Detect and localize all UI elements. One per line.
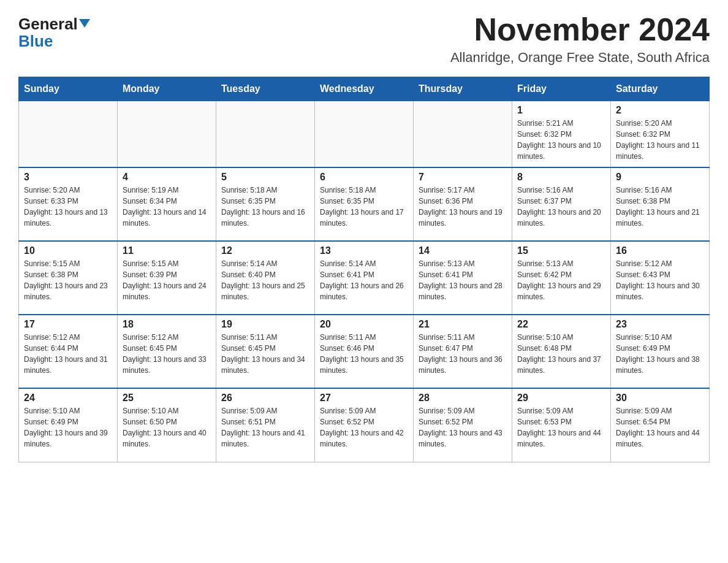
calendar-header-row: Sunday Monday Tuesday Wednesday Thursday…	[19, 77, 710, 101]
table-row: 11Sunrise: 5:15 AMSunset: 6:39 PMDayligh…	[118, 241, 216, 315]
logo-text: General	[18, 16, 90, 32]
logo-blue-text: Blue	[18, 32, 53, 51]
table-row: 4Sunrise: 5:19 AMSunset: 6:34 PMDaylight…	[118, 167, 216, 241]
day-info: Sunrise: 5:09 AMSunset: 6:54 PMDaylight:…	[616, 405, 704, 450]
table-row	[414, 101, 512, 168]
table-row: 12Sunrise: 5:14 AMSunset: 6:40 PMDayligh…	[216, 241, 315, 315]
day-info: Sunrise: 5:09 AMSunset: 6:52 PMDaylight:…	[320, 405, 408, 450]
calendar-table: Sunday Monday Tuesday Wednesday Thursday…	[18, 77, 710, 462]
day-info: Sunrise: 5:09 AMSunset: 6:51 PMDaylight:…	[221, 405, 309, 450]
table-row: 23Sunrise: 5:10 AMSunset: 6:49 PMDayligh…	[611, 315, 710, 388]
day-number: 8	[517, 172, 605, 183]
day-number: 12	[221, 245, 309, 256]
table-row: 20Sunrise: 5:11 AMSunset: 6:46 PMDayligh…	[315, 315, 414, 388]
day-number: 20	[320, 319, 408, 330]
day-number: 22	[517, 319, 605, 330]
day-number: 29	[517, 393, 605, 404]
day-info: Sunrise: 5:14 AMSunset: 6:40 PMDaylight:…	[221, 258, 309, 302]
day-number: 10	[24, 245, 112, 256]
day-info: Sunrise: 5:09 AMSunset: 6:53 PMDaylight:…	[517, 405, 605, 450]
day-info: Sunrise: 5:19 AMSunset: 6:34 PMDaylight:…	[123, 185, 211, 229]
table-row: 9Sunrise: 5:16 AMSunset: 6:38 PMDaylight…	[611, 167, 710, 241]
table-row: 15Sunrise: 5:13 AMSunset: 6:42 PMDayligh…	[512, 241, 611, 315]
day-number: 4	[123, 172, 211, 183]
day-number: 15	[517, 245, 605, 256]
day-number: 11	[123, 245, 211, 256]
table-row: 14Sunrise: 5:13 AMSunset: 6:41 PMDayligh…	[414, 241, 512, 315]
table-row: 29Sunrise: 5:09 AMSunset: 6:53 PMDayligh…	[512, 388, 611, 462]
col-tuesday: Tuesday	[216, 77, 315, 101]
day-number: 14	[419, 245, 507, 256]
day-number: 1	[517, 105, 605, 116]
col-wednesday: Wednesday	[315, 77, 414, 101]
table-row: 2Sunrise: 5:20 AMSunset: 6:32 PMDaylight…	[611, 101, 710, 168]
day-number: 27	[320, 393, 408, 404]
day-info: Sunrise: 5:18 AMSunset: 6:35 PMDaylight:…	[221, 185, 309, 229]
col-monday: Monday	[118, 77, 216, 101]
table-row	[315, 101, 414, 168]
table-row: 5Sunrise: 5:18 AMSunset: 6:35 PMDaylight…	[216, 167, 315, 241]
day-number: 7	[419, 172, 507, 183]
day-number: 26	[221, 393, 309, 404]
day-info: Sunrise: 5:12 AMSunset: 6:44 PMDaylight:…	[24, 332, 112, 376]
table-row: 18Sunrise: 5:12 AMSunset: 6:45 PMDayligh…	[118, 315, 216, 388]
day-number: 19	[221, 319, 309, 330]
day-info: Sunrise: 5:15 AMSunset: 6:38 PMDaylight:…	[24, 258, 112, 302]
day-number: 13	[320, 245, 408, 256]
day-info: Sunrise: 5:20 AMSunset: 6:32 PMDaylight:…	[616, 118, 704, 162]
calendar-week-row: 1Sunrise: 5:21 AMSunset: 6:32 PMDaylight…	[19, 101, 710, 168]
day-info: Sunrise: 5:12 AMSunset: 6:45 PMDaylight:…	[123, 332, 211, 376]
day-number: 30	[616, 393, 704, 404]
col-friday: Friday	[512, 77, 611, 101]
table-row: 8Sunrise: 5:16 AMSunset: 6:37 PMDaylight…	[512, 167, 611, 241]
day-info: Sunrise: 5:11 AMSunset: 6:46 PMDaylight:…	[320, 332, 408, 376]
table-row: 28Sunrise: 5:09 AMSunset: 6:52 PMDayligh…	[414, 388, 512, 462]
day-number: 25	[123, 393, 211, 404]
table-row: 21Sunrise: 5:11 AMSunset: 6:47 PMDayligh…	[414, 315, 512, 388]
day-info: Sunrise: 5:09 AMSunset: 6:52 PMDaylight:…	[419, 405, 507, 450]
day-number: 18	[123, 319, 211, 330]
day-info: Sunrise: 5:13 AMSunset: 6:41 PMDaylight:…	[419, 258, 507, 302]
day-number: 3	[24, 172, 112, 183]
logo: General Blue	[18, 12, 90, 51]
table-row: 7Sunrise: 5:17 AMSunset: 6:36 PMDaylight…	[414, 167, 512, 241]
table-row: 10Sunrise: 5:15 AMSunset: 6:38 PMDayligh…	[19, 241, 118, 315]
logo-triangle-icon	[79, 19, 90, 28]
table-row: 30Sunrise: 5:09 AMSunset: 6:54 PMDayligh…	[611, 388, 710, 462]
day-info: Sunrise: 5:11 AMSunset: 6:47 PMDaylight:…	[419, 332, 507, 376]
title-area: November 2024 Allanridge, Orange Free St…	[450, 12, 710, 66]
day-info: Sunrise: 5:10 AMSunset: 6:49 PMDaylight:…	[24, 405, 112, 450]
table-row	[118, 101, 216, 168]
day-info: Sunrise: 5:12 AMSunset: 6:43 PMDaylight:…	[616, 258, 704, 302]
day-info: Sunrise: 5:15 AMSunset: 6:39 PMDaylight:…	[123, 258, 211, 302]
day-number: 24	[24, 393, 112, 404]
table-row	[19, 101, 118, 168]
day-info: Sunrise: 5:14 AMSunset: 6:41 PMDaylight:…	[320, 258, 408, 302]
table-row: 24Sunrise: 5:10 AMSunset: 6:49 PMDayligh…	[19, 388, 118, 462]
table-row: 13Sunrise: 5:14 AMSunset: 6:41 PMDayligh…	[315, 241, 414, 315]
location-title: Allanridge, Orange Free State, South Afr…	[450, 50, 710, 66]
col-thursday: Thursday	[414, 77, 512, 101]
day-number: 16	[616, 245, 704, 256]
day-info: Sunrise: 5:16 AMSunset: 6:37 PMDaylight:…	[517, 185, 605, 229]
day-info: Sunrise: 5:17 AMSunset: 6:36 PMDaylight:…	[419, 185, 507, 229]
calendar-week-row: 17Sunrise: 5:12 AMSunset: 6:44 PMDayligh…	[19, 315, 710, 388]
day-number: 9	[616, 172, 704, 183]
table-row	[216, 101, 315, 168]
day-info: Sunrise: 5:21 AMSunset: 6:32 PMDaylight:…	[517, 118, 605, 162]
table-row: 1Sunrise: 5:21 AMSunset: 6:32 PMDaylight…	[512, 101, 611, 168]
table-row: 25Sunrise: 5:10 AMSunset: 6:50 PMDayligh…	[118, 388, 216, 462]
day-info: Sunrise: 5:16 AMSunset: 6:38 PMDaylight:…	[616, 185, 704, 229]
day-number: 21	[419, 319, 507, 330]
calendar-week-row: 10Sunrise: 5:15 AMSunset: 6:38 PMDayligh…	[19, 241, 710, 315]
calendar-week-row: 24Sunrise: 5:10 AMSunset: 6:49 PMDayligh…	[19, 388, 710, 462]
page-header: General Blue November 2024 Allanridge, O…	[18, 12, 710, 66]
table-row: 3Sunrise: 5:20 AMSunset: 6:33 PMDaylight…	[19, 167, 118, 241]
table-row: 22Sunrise: 5:10 AMSunset: 6:48 PMDayligh…	[512, 315, 611, 388]
table-row: 16Sunrise: 5:12 AMSunset: 6:43 PMDayligh…	[611, 241, 710, 315]
calendar-week-row: 3Sunrise: 5:20 AMSunset: 6:33 PMDaylight…	[19, 167, 710, 241]
day-info: Sunrise: 5:10 AMSunset: 6:49 PMDaylight:…	[616, 332, 704, 376]
table-row: 6Sunrise: 5:18 AMSunset: 6:35 PMDaylight…	[315, 167, 414, 241]
day-info: Sunrise: 5:10 AMSunset: 6:50 PMDaylight:…	[123, 405, 211, 450]
day-number: 5	[221, 172, 309, 183]
